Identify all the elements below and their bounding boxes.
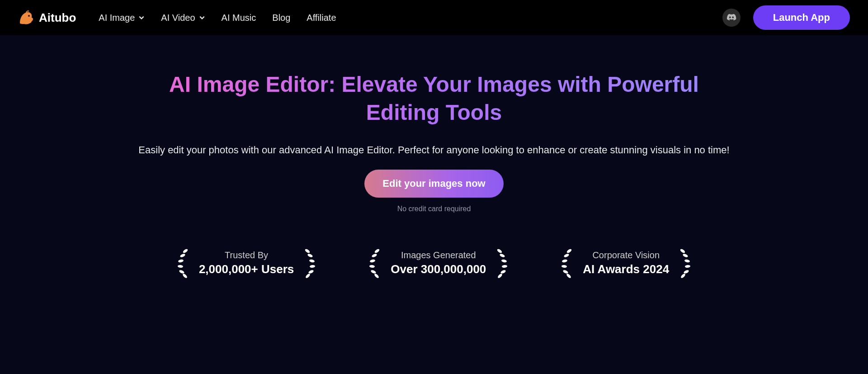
svg-point-21 [501, 259, 507, 263]
svg-point-23 [500, 270, 506, 275]
svg-point-10 [310, 265, 315, 268]
svg-point-6 [182, 273, 188, 278]
svg-point-29 [563, 270, 569, 275]
svg-point-2 [179, 253, 185, 258]
award-value: Over 300,000,000 [391, 262, 486, 276]
hero-title: AI Image Editor: Elevate Your Images wit… [163, 71, 705, 127]
cta-note: No credit card required [0, 205, 868, 213]
svg-point-4 [178, 265, 183, 268]
svg-point-28 [561, 265, 567, 268]
laurel-right-icon [678, 248, 697, 278]
chevron-down-icon [199, 14, 205, 21]
svg-point-12 [305, 273, 311, 278]
award-value: AI Awards 2024 [583, 262, 669, 276]
svg-point-32 [682, 253, 688, 258]
svg-point-17 [371, 270, 377, 275]
svg-point-16 [369, 265, 375, 268]
nav-affiliate[interactable]: Affiliate [307, 13, 336, 23]
svg-point-31 [679, 248, 685, 254]
svg-point-34 [685, 265, 690, 268]
launch-app-button[interactable]: Launch App [753, 5, 850, 30]
laurel-right-icon [495, 248, 514, 278]
award-label: Images Generated [391, 250, 486, 260]
svg-point-20 [500, 253, 505, 258]
svg-point-15 [370, 259, 376, 263]
header: Aitubo AI Image AI Video AI Music Blog A… [0, 0, 868, 35]
svg-point-27 [562, 259, 568, 263]
award-ai-awards: Corporate Vision AI Awards 2024 [555, 248, 697, 278]
logo-text: Aitubo [39, 11, 76, 25]
laurel-left-icon [363, 248, 382, 278]
nav-label: AI Music [222, 13, 256, 23]
svg-point-14 [372, 253, 377, 258]
svg-point-33 [684, 259, 690, 263]
svg-point-11 [308, 270, 314, 275]
svg-point-5 [179, 270, 184, 275]
svg-point-19 [497, 248, 503, 254]
discord-button[interactable] [722, 9, 741, 27]
discord-icon [726, 13, 736, 23]
nav-label: AI Image [99, 13, 135, 23]
svg-point-0 [28, 15, 30, 17]
nav-label: Blog [272, 13, 290, 23]
logo[interactable]: Aitubo [18, 9, 76, 26]
svg-point-8 [307, 253, 313, 258]
hero-subtitle: Easily edit your photos with our advance… [0, 144, 868, 156]
laurel-left-icon [171, 248, 190, 278]
svg-point-13 [374, 248, 380, 254]
edit-images-button[interactable]: Edit your images now [364, 170, 503, 198]
main-nav: AI Image AI Video AI Music Blog Affiliat… [99, 13, 336, 23]
nav-label: Affiliate [307, 13, 336, 23]
laurel-left-icon [555, 248, 574, 278]
svg-point-36 [680, 273, 686, 278]
svg-point-22 [502, 265, 507, 268]
svg-point-3 [178, 259, 184, 263]
nav-blog[interactable]: Blog [272, 13, 290, 23]
nav-ai-music[interactable]: AI Music [222, 13, 256, 23]
award-value: 2,000,000+ Users [199, 262, 294, 276]
nav-label: AI Video [161, 13, 195, 23]
nav-ai-image[interactable]: AI Image [99, 13, 145, 23]
svg-point-24 [497, 273, 503, 278]
svg-point-7 [305, 248, 311, 254]
award-trusted-by: Trusted By 2,000,000+ Users [171, 248, 322, 278]
svg-point-26 [564, 253, 570, 258]
svg-point-18 [374, 273, 380, 278]
award-images-generated: Images Generated Over 300,000,000 [363, 248, 514, 278]
chevron-down-icon [138, 14, 145, 21]
hero-section: AI Image Editor: Elevate Your Images wit… [0, 35, 868, 278]
svg-point-1 [182, 248, 188, 254]
awards-row: Trusted By 2,000,000+ Users [0, 248, 868, 278]
svg-point-9 [309, 259, 315, 263]
laurel-right-icon [303, 248, 322, 278]
nav-ai-video[interactable]: AI Video [161, 13, 205, 23]
logo-icon [18, 9, 34, 26]
svg-point-30 [566, 273, 572, 278]
award-label: Trusted By [199, 250, 294, 260]
svg-point-35 [683, 270, 689, 275]
svg-point-25 [566, 248, 572, 254]
award-label: Corporate Vision [583, 250, 669, 260]
